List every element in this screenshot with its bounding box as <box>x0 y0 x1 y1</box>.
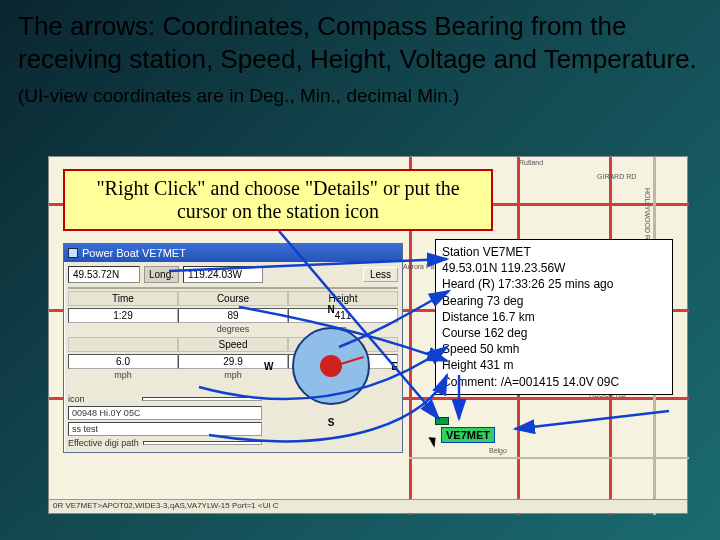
hdr-time: Time <box>68 291 178 306</box>
info-comment: Comment: /A=001415 14.0V 09C <box>442 374 666 390</box>
long-label: Long. <box>144 266 179 283</box>
window-icon <box>68 248 78 258</box>
road <box>409 457 689 459</box>
station-tooltip: Station VE7MET 49.53.01N 119.23.56W Hear… <box>435 239 673 395</box>
digi-label: Effective digi path <box>68 438 139 448</box>
details-dialog[interactable]: Power Boat VE7MET 49.53.72N Long. 119.24… <box>63 243 403 453</box>
hdr-height: Height <box>288 291 398 306</box>
less-button[interactable]: Less <box>363 267 398 282</box>
compass-area: N S E W <box>266 306 396 426</box>
digi-field[interactable] <box>143 441 262 445</box>
road-label: Rutland <box>519 159 543 166</box>
status-bar: 0R VE7MET>APOT02,WIDE3-3,qAS,VA7YLW-15 P… <box>49 499 687 513</box>
road-label: Belgo <box>489 447 507 454</box>
info-course: Course 162 deg <box>442 325 666 341</box>
latlon-row: 49.53.72N Long. 119.24.03W Less <box>64 262 402 287</box>
slide-heading: The arrows: Coordinates, Compass Bearing… <box>0 0 720 114</box>
statusbar-text: 0R VE7MET>APOT02,WIDE3-3,qAS,VA7YLW-15 P… <box>53 501 279 510</box>
road-label: GIRARD RD <box>597 173 636 180</box>
lat-field[interactable]: 49.53.72N <box>68 266 140 283</box>
cursor-icon <box>428 434 439 447</box>
info-height: Height 431 m <box>442 357 666 373</box>
callout-text: "Right Click" and choose "Details" or pu… <box>71 177 485 223</box>
long-field[interactable]: 119.24.03W <box>183 266 263 283</box>
dialog-titlebar[interactable]: Power Boat VE7MET <box>64 244 402 262</box>
heading-main: The arrows: Coordinates, Compass Bearing… <box>18 11 697 74</box>
u2-a: mph <box>68 369 178 381</box>
dialog-bottom: icon 00948 Hi.0Y 05C ss test Effective d… <box>68 392 262 448</box>
instruction-callout: "Right Click" and choose "Details" or pu… <box>63 169 493 231</box>
beacon-field[interactable]: 00948 Hi.0Y 05C <box>68 406 262 420</box>
hdr2-a <box>68 337 178 352</box>
u-time <box>68 323 178 335</box>
info-bearing: Bearing 73 deg <box>442 293 666 309</box>
info-distance: Distance 16.7 km <box>442 309 666 325</box>
compass-n: N <box>327 304 334 315</box>
icon-field[interactable] <box>142 397 262 401</box>
compass-w: W <box>264 361 273 372</box>
val2-a: 6.0 <box>68 354 178 369</box>
station-icon[interactable] <box>435 417 449 425</box>
compass-center <box>320 355 342 377</box>
dialog-title: Power Boat VE7MET <box>82 247 186 259</box>
info-heard: Heard (R) 17:33:26 25 mins ago <box>442 276 666 292</box>
info-coords: 49.53.01N 119.23.56W <box>442 260 666 276</box>
info-station: Station VE7MET <box>442 244 666 260</box>
icon-label: icon <box>68 394 138 404</box>
val-time: 1:29 <box>68 308 178 323</box>
station-label[interactable]: VE7MET <box>441 427 495 443</box>
hdr-course: Course <box>178 291 288 306</box>
compass-s: S <box>328 417 335 428</box>
info-speed: Speed 50 kmh <box>442 341 666 357</box>
ss-field[interactable]: ss test <box>68 422 262 436</box>
compass-rose <box>292 327 370 405</box>
heading-subnote: (UI-view coordinates are in Deg., Min., … <box>18 85 459 106</box>
map-screenshot: Rutland GIRARD RD HOLLYWOOD RD SPRINGFIE… <box>48 156 688 514</box>
compass-e: E <box>391 361 398 372</box>
road-label: HOLLYWOOD RD <box>644 188 651 245</box>
svg-line-3 <box>515 411 669 429</box>
